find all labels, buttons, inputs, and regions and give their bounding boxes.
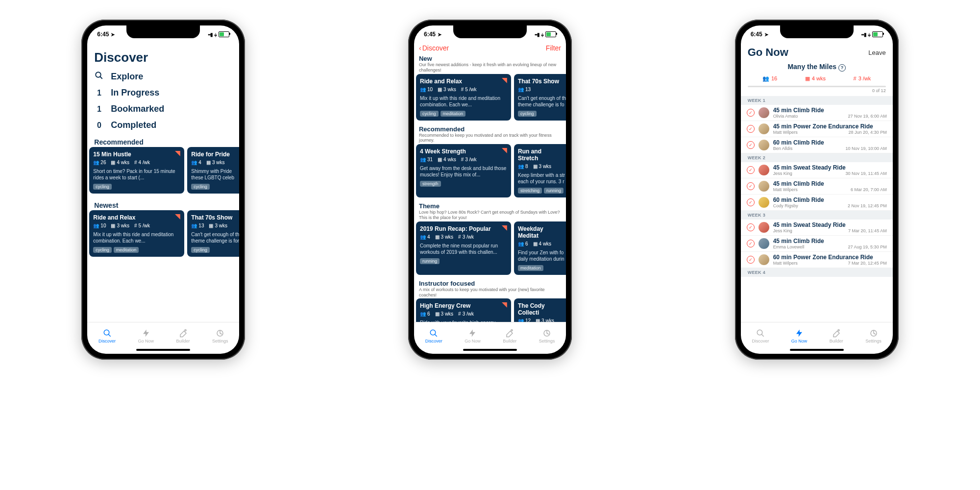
tab-settings[interactable]: Settings [212,329,228,343]
tab-label: Settings [212,339,228,343]
check-icon[interactable]: ✓ [747,198,755,206]
rate-stat: #5 /wk [134,223,150,228]
people-icon: 👥 [191,223,197,228]
check-icon[interactable]: ✓ [747,223,755,231]
workout-row[interactable]: ✓60 min Climb RideBen Alldis10 Nov 19, 1… [741,137,893,153]
people-stat: 👥10 [93,223,106,228]
bookmark-icon[interactable]: ◥ [502,76,507,84]
people-icon: 👥 [93,160,99,165]
info-icon[interactable]: ? [838,64,846,72]
hash-icon: # [458,234,461,240]
bookmark-icon[interactable]: ◥ [502,223,507,231]
workout-date: 7 Mar 20, 12:45 PM [848,261,887,266]
instructor: Olivia Amato [773,114,798,119]
rate-stat: #3 /wk [461,157,477,162]
workout-row[interactable]: ✓45 min Climb RideOlivia Amato27 Nov 19,… [741,105,893,121]
challenge-card[interactable]: ◥Ride and Relax👥10▦3 wks#5 /wkMix it up … [416,74,511,121]
check-icon[interactable]: ✓ [747,109,755,117]
menu-label: Bookmarked [111,104,164,114]
card-title: That 70s Show [518,78,566,85]
challenge-card[interactable]: The Cody Collecti👥12▦3 wksLove being upl… [514,298,566,322]
card-desc: Find your Zen with fo daily meditation d… [518,249,566,262]
signal-icon: ▪▪▮ [208,32,213,37]
check-icon[interactable]: ✓ [747,141,755,149]
card-desc: Can't get enough of th theme challenge i… [518,95,566,108]
menu-bookmarked[interactable]: 1 Bookmarked [94,101,232,117]
workout-row[interactable]: ✓45 min Sweat Steady RideJess King7 Mar … [741,220,893,236]
home-indicator [790,349,844,351]
svg-point-2 [104,330,109,335]
challenge-card[interactable]: ◥High Energy Crew👥6▦3 wks#3 /wkRide with… [416,298,511,322]
workout-row[interactable]: ✓45 min Power Zone Endurance RideMatt Wi… [741,121,893,137]
tab-go-now[interactable]: Go Now [791,329,808,343]
bookmark-icon[interactable]: ◥ [175,149,180,157]
svg-point-6 [430,330,436,335]
tab-builder[interactable]: Builder [176,329,190,343]
workout-date: 30 Nov 19, 11:45 AM [846,171,887,176]
challenge-card[interactable]: ◥2019 Run Recap: Popular👥4▦3 wks#3 /wkCo… [416,221,511,275]
tab-builder[interactable]: Builder [830,329,843,343]
workout-title: 45 min Sweat Steady Ride [773,221,887,228]
calendar-icon: ▦ [536,318,540,322]
menu-completed[interactable]: 0 Completed [94,117,232,133]
signal-icon: ▪▪▮ [861,32,866,37]
status-time: 6:45 [751,31,762,38]
challenge-card[interactable]: ◥Ride and Relax👥10▦3 wks#5 /wkMix it up … [89,210,184,257]
count-icon: 1 [94,89,104,98]
bookmark-icon[interactable]: ◥ [502,146,507,154]
workout-row[interactable]: ✓45 min Climb RideMatt Wilpers6 Mar 20, … [741,178,893,195]
check-icon[interactable]: ✓ [747,182,755,190]
tab-discover[interactable]: Discover [425,329,442,343]
battery-icon [219,31,229,37]
check-icon[interactable]: ✓ [747,256,755,264]
count-icon: 1 [94,105,104,114]
check-icon[interactable]: ✓ [747,125,755,133]
tab-discover[interactable]: Discover [752,329,769,343]
challenge-card[interactable]: That 70s Show👥13Can't get enough of th t… [514,74,566,121]
tab-discover[interactable]: Discover [98,329,116,343]
challenge-card[interactable]: That 70s Show👥13▦3 wksCan't get enough o… [187,210,239,257]
challenge-card[interactable]: Ride for Pride👥4▦3 wksShimmy with Pride … [187,147,239,194]
menu-inprogress[interactable]: 1 In Progress [94,85,232,101]
back-button[interactable]: ‹ Discover [419,44,449,52]
workout-date: 27 Aug 19, 5:30 PM [848,245,887,249]
bookmark-icon[interactable]: ◥ [175,212,180,220]
card-title: 15 Min Hustle [93,151,180,158]
weeks-stat: ▦4 wks [533,241,552,246]
check-icon[interactable]: ✓ [747,240,755,247]
tab-settings[interactable]: Settings [539,329,555,343]
calendar-icon: ▦ [435,311,440,317]
weeks-stat: ▦3 wks [435,311,454,317]
wifi-icon: ⏚ [214,32,217,37]
avatar [759,254,769,265]
menu-explore[interactable]: Explore [94,68,232,85]
avatar [759,238,769,249]
tag: cycling [191,184,210,190]
challenge-card[interactable]: Run and Stretch👥8▦3 wksKeep limber with … [514,144,566,197]
card-desc: Mix it up with this ride and meditation … [420,95,507,108]
leave-button[interactable]: Leave [868,49,885,56]
tag: meditation [441,111,466,117]
tab-builder[interactable]: Builder [503,329,516,343]
card-desc: Short on time? Pack in four 15 minute ri… [93,168,180,181]
workout-title: 45 min Sweat Steady Ride [773,164,887,171]
instructor: Jess King [773,171,792,176]
workout-row[interactable]: ✓45 min Climb RideEmma Lovewell27 Aug 19… [741,236,893,252]
tab-go-now[interactable]: Go Now [465,329,481,343]
workout-row[interactable]: ✓60 min Power Zone Endurance RideMatt Wi… [741,252,893,268]
check-icon[interactable]: ✓ [747,166,755,174]
challenge-card[interactable]: ◥15 Min Hustle👥26▦4 wks#4 /wkShort on ti… [89,147,184,194]
workout-row[interactable]: ✓45 min Sweat Steady RideJess King30 Nov… [741,162,893,178]
tab-settings[interactable]: Settings [865,329,882,343]
menu-label: Explore [111,72,143,82]
workout-row[interactable]: ✓60 min Climb RideCody Rigsby2 Nov 19, 1… [741,195,893,211]
tab-go-now[interactable]: Go Now [138,329,154,343]
filter-button[interactable]: Filter [546,44,561,52]
challenge-card[interactable]: Weekday Meditat👥6▦4 wksFind your Zen wit… [514,221,566,275]
people-icon: 👥 [518,164,524,169]
svg-point-4 [185,330,186,331]
challenge-card[interactable]: ◥4 Week Strength👥31▦4 wks#3 /wkGet away … [416,144,511,197]
svg-point-8 [511,330,513,331]
bookmark-icon[interactable]: ◥ [502,300,507,308]
tag: cycling [420,111,439,117]
